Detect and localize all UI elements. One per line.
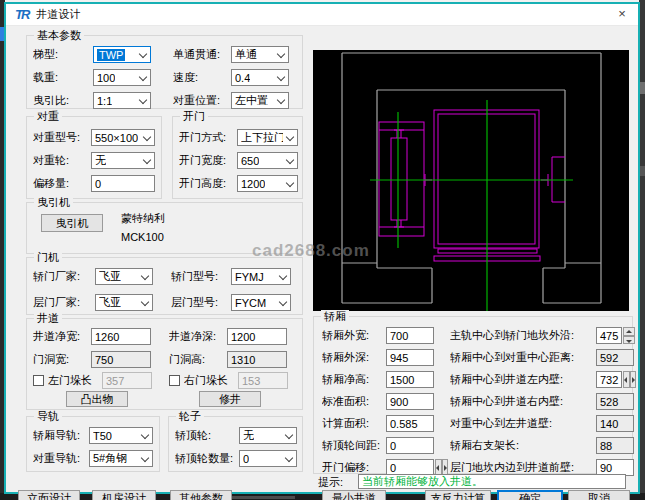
car-outer-width-input[interactable]: 700 xyxy=(386,327,434,344)
landing-door-vendor-label: 层门厂家: xyxy=(33,295,95,310)
chevron-down-icon xyxy=(139,97,148,106)
rail-to-sill-input[interactable]: 475 xyxy=(596,327,622,344)
chevron-down-icon xyxy=(285,432,294,441)
chevron-down-icon xyxy=(141,273,150,282)
car-door-vendor-dropdown[interactable]: 飞亚 xyxy=(95,268,153,285)
door-height-dropdown[interactable]: 1200 xyxy=(237,175,298,192)
reaction-calc-button[interactable]: 支反力计算 xyxy=(425,490,491,500)
standard-area-label: 标准面积: xyxy=(322,394,386,409)
door-hole-height-input[interactable]: 1310 xyxy=(227,351,287,368)
group-door-opening: 开门 开门方式: 上下拉门 开门宽度: 650 开门高度: 1200 xyxy=(172,116,303,199)
right-pier-input[interactable]: 153 xyxy=(238,372,288,389)
rail-to-sill-label: 主轨中心到轿门地坎外沿: xyxy=(450,328,596,343)
traction-brand: 蒙特纳利 xyxy=(121,211,165,226)
cw-model-dropdown[interactable]: 550×100 xyxy=(91,129,155,146)
landing-door-vendor-dropdown[interactable]: 飞亚 xyxy=(95,294,153,311)
chevron-down-icon xyxy=(143,134,152,143)
sill-to-front-wall-label: 层门地坎内边到井道前壁: xyxy=(450,460,596,475)
through-type-label: 单通贯通: xyxy=(173,47,231,62)
chevron-down-icon xyxy=(286,157,295,166)
left-pier-checkbox[interactable] xyxy=(33,375,44,386)
chevron-down-icon xyxy=(277,51,286,60)
calc-area-input[interactable]: 0.585 xyxy=(386,415,434,432)
door-hole-width-input[interactable]: 750 xyxy=(91,351,151,368)
cw-model-label: 对重型号: xyxy=(33,130,91,145)
car-top-wheel-count-dropdown[interactable]: 0 xyxy=(239,450,297,467)
shaft-net-depth-label: 井道净深: xyxy=(169,329,227,344)
traction-ratio-label: 曳引比: xyxy=(33,93,93,108)
ok-button[interactable]: 确定 xyxy=(497,490,563,500)
repair-shaft-button[interactable]: 修井 xyxy=(199,391,261,407)
car-net-height-input[interactable]: 1500 xyxy=(386,371,434,388)
cw-wheel-dropdown[interactable]: 无 xyxy=(91,152,155,169)
landing-door-model-dropdown[interactable]: FYCM xyxy=(231,294,291,311)
car-to-cw-input: 592 xyxy=(596,349,634,366)
speed-dropdown[interactable]: 0.4 xyxy=(231,69,289,86)
cw-offset-input[interactable]: 0 xyxy=(91,175,155,192)
door-height-label: 开门高度: xyxy=(179,176,237,191)
shaft-wall-outline xyxy=(342,53,601,303)
cw-rail-dropdown[interactable]: 5#角钢 xyxy=(89,450,153,467)
door-mode-label: 开门方式: xyxy=(179,130,237,145)
traction-ratio-dropdown[interactable]: 1:1 xyxy=(93,92,151,109)
car-outer-depth-label: 轿厢外深: xyxy=(322,350,386,365)
left-pier-input[interactable]: 357 xyxy=(102,372,152,389)
door-width-dropdown[interactable]: 650 xyxy=(237,152,298,169)
group-door-machine: 门机 轿门厂家: 飞亚 轿门型号: FYMJ 层门厂家: 飞亚 层门型号: FY… xyxy=(26,257,303,315)
cancel-button[interactable]: 取消 xyxy=(568,490,630,500)
standard-area-input[interactable]: 900 xyxy=(386,393,434,410)
app-logo-icon: TR xyxy=(15,7,28,22)
group-guide-rail-label: 导轨 xyxy=(34,410,62,422)
car-to-left-wall-input[interactable]: 732 xyxy=(596,371,622,388)
shaft-net-depth-input[interactable]: 1200 xyxy=(227,328,287,345)
car-outer-depth-input[interactable]: 945 xyxy=(386,349,434,366)
right-pier-checkbox[interactable] xyxy=(169,375,180,386)
shaft-design-dialog: TR 井道设计 × 基本参数 梯型: TWP 单通贯通: 单通 载重: 100 xyxy=(4,2,640,494)
speed-label: 速度: xyxy=(173,70,231,85)
group-guide-rail: 导轨 轿厢导轨: T50 对重导轨: 5#角钢 xyxy=(26,416,160,472)
machine-room-design-button[interactable]: 机房设计 xyxy=(92,490,156,500)
car-top-wheel-dropdown[interactable]: 无 xyxy=(239,427,297,444)
tip-message: 当前轿厢能够放入井道。 xyxy=(358,474,626,489)
top-wheel-gap-input[interactable]: 0 xyxy=(386,437,434,454)
chevron-down-icon xyxy=(286,134,295,143)
min-shaft-button[interactable]: 最小井道 xyxy=(322,490,386,500)
car-door-model-dropdown[interactable]: FYMJ xyxy=(231,268,291,285)
chevron-down-icon xyxy=(277,97,286,106)
door-mode-dropdown[interactable]: 上下拉门 xyxy=(237,129,298,146)
door-width-label: 开门宽度: xyxy=(179,153,237,168)
elevation-design-button[interactable]: 立面设计 xyxy=(18,490,80,500)
chevron-down-icon xyxy=(279,299,288,308)
group-wheels-label: 轮子 xyxy=(176,410,204,422)
title-bar: TR 井道设计 × xyxy=(6,4,638,26)
background-bottom-dash-2 xyxy=(225,496,295,499)
protrusion-button[interactable]: 凸出物 xyxy=(66,391,128,407)
close-icon[interactable]: × xyxy=(614,6,630,22)
ladder-type-dropdown[interactable]: TWP xyxy=(93,46,151,63)
rail-to-sill-spinner[interactable] xyxy=(623,327,635,344)
group-car-label: 轿厢 xyxy=(321,310,349,322)
cw-to-left-wall-label: 对重中心到左井道壁: xyxy=(450,416,596,431)
group-wheels: 轮子 轿顶轮: 无 轿顶轮数量: 0 xyxy=(168,416,303,472)
car-to-right-wall-label: 轿厢中心到井道右内壁: xyxy=(450,394,596,409)
car-top-wheel-label: 轿顶轮: xyxy=(175,428,239,443)
chevron-down-icon xyxy=(277,74,286,83)
car-to-left-wall-spinner[interactable] xyxy=(623,371,636,388)
traction-machine-button[interactable]: 曳引机 xyxy=(41,214,103,232)
cw-to-left-wall-input: 140 xyxy=(596,415,634,432)
cw-position-dropdown[interactable]: 左中置 xyxy=(231,92,289,109)
chevron-down-icon xyxy=(286,180,295,189)
top-wheel-gap-label: 轿顶轮间距: xyxy=(322,438,386,453)
group-traction-machine: 曳引机 曳引机 蒙特纳利 MCK100 xyxy=(26,202,303,254)
right-pier-label: 右门垛长 xyxy=(184,373,238,388)
through-type-dropdown[interactable]: 单通 xyxy=(231,46,289,63)
shaft-net-width-input[interactable]: 1260 xyxy=(91,328,151,345)
load-dropdown[interactable]: 100 xyxy=(93,69,151,86)
group-shaft-label: 井道 xyxy=(34,312,62,324)
shaft-plan-drawing xyxy=(313,50,629,311)
other-params-button[interactable]: 其他参数 xyxy=(170,490,232,500)
right-bracket-length-label: 轿厢右支架长: xyxy=(450,438,596,453)
car-to-cw-label: 轿厢中心到对重中心距离: xyxy=(450,350,596,365)
chevron-down-icon xyxy=(141,432,150,441)
car-rail-dropdown[interactable]: T50 xyxy=(89,427,153,444)
